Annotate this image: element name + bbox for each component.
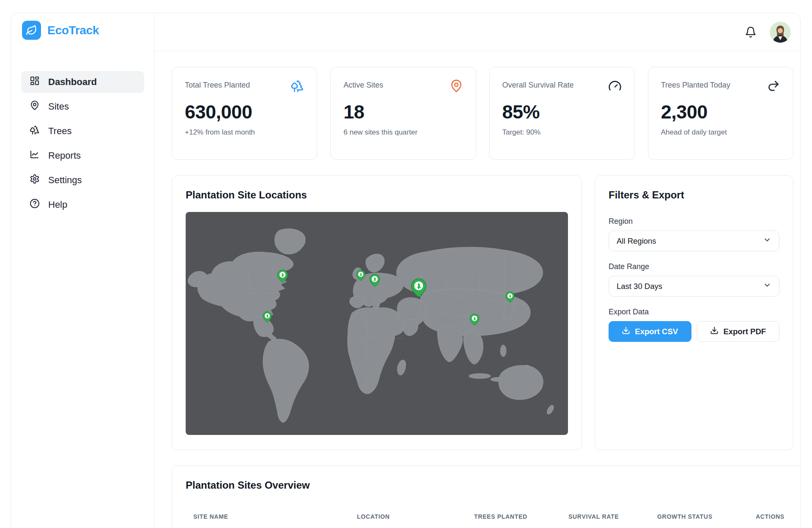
stat-label: Trees Planted Today [661, 79, 730, 90]
sidebar-item-settings[interactable]: Settings [21, 169, 144, 191]
stat-label: Total Trees Planted [185, 79, 250, 90]
top-header [155, 13, 800, 51]
date-range-select-value: Last 30 Days [617, 282, 662, 291]
column-header-trees-planted: TREES PLANTED [474, 513, 568, 520]
sidebar-item-trees[interactable]: Trees [21, 120, 144, 142]
export-data-label: Export Data [609, 308, 779, 316]
world-map-svg [186, 212, 568, 435]
filters-card-title: Filters & Export [609, 189, 779, 201]
stat-label: Overall Survival Rate [502, 79, 574, 90]
date-range-label: Date Range [609, 262, 779, 271]
map-card-title: Plantation Site Locations [186, 189, 568, 201]
table-title: Plantation Sites Overview [186, 479, 793, 491]
sites-table-card: Plantation Sites Overview SITE NAME LOCA… [172, 465, 801, 528]
stat-card-survival-rate: Overall Survival Rate 85% Target: 90% [489, 67, 635, 160]
region-select-value: All Regions [617, 236, 656, 246]
column-header-survival-rate: SURVIVAL RATE [568, 513, 657, 520]
stat-subtitle: Ahead of daily target [661, 128, 780, 137]
export-pdf-label: Export PDF [723, 327, 766, 336]
world-map [186, 212, 568, 435]
stat-card-active-sites: Active Sites 18 6 new sites this quarter [330, 67, 476, 160]
sidebar-item-label: Settings [48, 175, 82, 186]
column-header-growth-status: GROWTH STATUS [657, 513, 756, 520]
map-pin-central-europe[interactable] [369, 274, 380, 287]
table-header-row: SITE NAME LOCATION TREES PLANTED SURVIVA… [186, 513, 793, 520]
sidebar-item-label: Dashboard [48, 77, 97, 88]
bell-icon[interactable] [743, 25, 758, 39]
region-select[interactable]: All Regions [609, 231, 779, 251]
help-circle-icon [30, 198, 40, 211]
sidebar-item-reports[interactable]: Reports [21, 145, 144, 167]
map-pin-icon [30, 100, 40, 113]
sidebar-item-sites[interactable]: Sites [21, 96, 144, 118]
sidebar-item-label: Help [48, 199, 67, 210]
leaf-logo-icon [22, 21, 41, 40]
map-pin-icon [450, 79, 463, 94]
stat-subtitle: Target: 90% [502, 128, 622, 137]
download-icon [622, 326, 630, 337]
trees-icon [291, 79, 304, 94]
stat-label: Active Sites [343, 79, 383, 90]
column-header-location: LOCATION [357, 513, 474, 520]
sidebar-item-label: Trees [48, 126, 71, 137]
sidebar-item-dashboard[interactable]: Dashboard [21, 71, 144, 93]
stat-card-trees-today: Trees Planted Today 2,300 Ahead of daily… [648, 67, 793, 160]
sidebar-item-help[interactable]: Help [21, 194, 144, 216]
redo-arrow-icon [767, 79, 780, 94]
stat-value: 18 [343, 101, 463, 123]
sidebar-item-label: Reports [48, 150, 81, 161]
stat-card-total-trees: Total Trees Planted 630,000 +12% from la… [172, 67, 317, 160]
sidebar-nav: Dashboard Sites Trees [11, 71, 154, 216]
date-range-select[interactable]: Last 30 Days [609, 276, 779, 297]
stat-subtitle: +12% from last month [185, 128, 304, 137]
map-pin-southeast-asia[interactable] [470, 314, 480, 326]
filters-card: Filters & Export Region All Regions Date… [595, 175, 793, 450]
map-pin-japan[interactable] [505, 292, 515, 303]
column-header-site-name: SITE NAME [186, 513, 357, 520]
main-content: Total Trees Planted 630,000 +12% from la… [155, 51, 800, 528]
map-card: Plantation Site Locations [172, 175, 582, 450]
chevron-down-icon [763, 236, 771, 246]
stat-subtitle: 6 new sites this quarter [343, 128, 463, 137]
trees-icon [30, 125, 40, 138]
chevron-down-icon [763, 281, 771, 292]
brand-logo: EcoTrack [11, 13, 154, 47]
gear-icon [30, 174, 40, 187]
app-frame: EcoTrack Dashboard Sites [11, 13, 801, 528]
column-header-actions: ACTIONS [756, 513, 793, 520]
region-label: Region [609, 217, 779, 226]
stat-value: 2,300 [661, 101, 780, 123]
line-chart-icon [30, 149, 40, 162]
download-icon [710, 326, 719, 337]
map-pin-canada[interactable] [277, 270, 288, 283]
export-csv-button[interactable]: Export CSV [609, 321, 691, 342]
map-pin-central-asia[interactable] [411, 278, 427, 297]
user-avatar[interactable] [770, 22, 791, 43]
stat-value: 85% [502, 101, 622, 123]
gauge-icon [608, 79, 622, 94]
export-csv-label: Export CSV [635, 327, 678, 336]
stats-row: Total Trees Planted 630,000 +12% from la… [172, 67, 793, 160]
export-pdf-button[interactable]: Export PDF [697, 321, 780, 342]
map-pin-mexico[interactable] [263, 311, 272, 323]
map-pin-united-kingdom[interactable] [356, 270, 365, 281]
sidebar: EcoTrack Dashboard Sites [11, 13, 155, 528]
middle-row: Plantation Site Locations [172, 175, 793, 450]
stat-value: 630,000 [185, 101, 304, 123]
sidebar-item-label: Sites [48, 101, 69, 112]
brand-name: EcoTrack [47, 24, 99, 37]
dashboard-icon [30, 76, 40, 88]
